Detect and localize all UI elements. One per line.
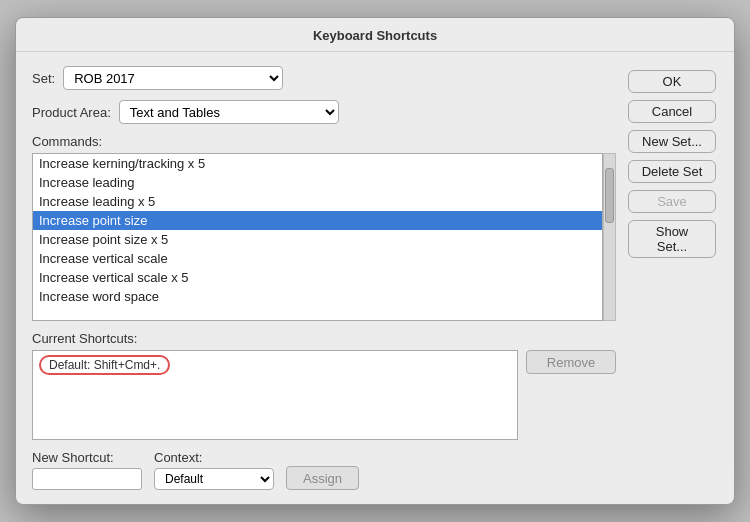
new-shortcut-group: New Shortcut: [32, 450, 142, 490]
shortcut-badge: Default: Shift+Cmd+. [39, 355, 170, 375]
commands-label: Commands: [32, 134, 616, 149]
left-panel: Set: ROB 2017 Product Area: Text and Tab… [32, 66, 616, 490]
set-label: Set: [32, 71, 55, 86]
assign-button[interactable]: Assign [286, 466, 359, 490]
shortcuts-area: Default: Shift+Cmd+. [32, 350, 518, 440]
dialog-title: Keyboard Shortcuts [16, 18, 734, 52]
list-item[interactable]: Increase point size [33, 211, 602, 230]
shortcuts-remove-row: Default: Shift+Cmd+. Remove [32, 350, 616, 440]
scroll-thumb[interactable] [605, 168, 614, 223]
new-set-button[interactable]: New Set... [628, 130, 716, 153]
list-item[interactable]: Increase leading [33, 173, 602, 192]
delete-set-button[interactable]: Delete Set [628, 160, 716, 183]
list-item[interactable]: Increase vertical scale x 5 [33, 268, 602, 287]
commands-list[interactable]: Increase kerning/tracking x 5Increase le… [32, 153, 603, 321]
cancel-button[interactable]: Cancel [628, 100, 716, 123]
list-item[interactable]: Increase kerning/tracking x 5 [33, 154, 602, 173]
context-group: Context: Default [154, 450, 274, 490]
list-item[interactable]: Increase leading x 5 [33, 192, 602, 211]
product-area-label: Product Area: [32, 105, 111, 120]
list-item[interactable]: Increase vertical scale [33, 249, 602, 268]
product-area-row: Product Area: Text and Tables [32, 100, 616, 124]
commands-list-wrapper: Increase kerning/tracking x 5Increase le… [32, 153, 616, 321]
new-shortcut-label: New Shortcut: [32, 450, 142, 465]
save-button[interactable]: Save [628, 190, 716, 213]
list-item[interactable]: Increase point size x 5 [33, 230, 602, 249]
keyboard-shortcuts-dialog: Keyboard Shortcuts Set: ROB 2017 Product… [15, 17, 735, 505]
bottom-row: New Shortcut: Context: Default Assign [32, 450, 616, 490]
current-shortcuts-label: Current Shortcuts: [32, 331, 616, 346]
context-label: Context: [154, 450, 274, 465]
context-select[interactable]: Default [154, 468, 274, 490]
right-panel: OK Cancel New Set... Delete Set Save Sho… [628, 66, 718, 490]
show-set-button[interactable]: Show Set... [628, 220, 716, 258]
list-item[interactable]: Increase word space [33, 287, 602, 306]
set-row: Set: ROB 2017 [32, 66, 616, 90]
product-area-select[interactable]: Text and Tables [119, 100, 339, 124]
scrollbar[interactable] [603, 153, 616, 321]
ok-button[interactable]: OK [628, 70, 716, 93]
new-shortcut-input[interactable] [32, 468, 142, 490]
remove-button[interactable]: Remove [526, 350, 616, 374]
set-select[interactable]: ROB 2017 [63, 66, 283, 90]
